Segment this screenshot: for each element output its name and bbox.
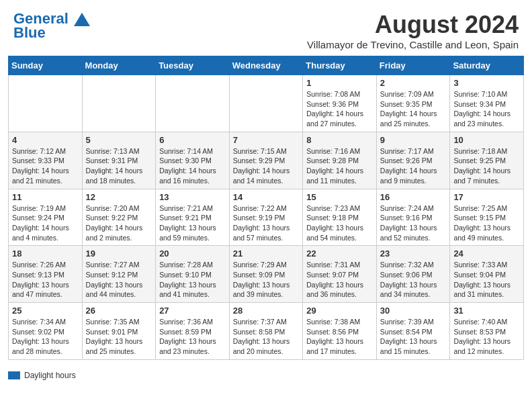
day-info: Sunrise: 7:10 AMSunset: 9:34 PMDaylight:… (453, 89, 520, 129)
calendar-cell: 1Sunrise: 7:08 AMSunset: 9:36 PMDaylight… (303, 75, 377, 132)
day-info: Sunrise: 7:33 AMSunset: 9:04 PMDaylight:… (453, 260, 520, 300)
calendar-subtitle: Villamayor de Trevino, Castille and Leon… (307, 39, 519, 50)
day-number: 1 (306, 78, 373, 88)
day-info: Sunrise: 7:22 AMSunset: 9:19 PMDaylight:… (233, 203, 300, 243)
svg-marker-0 (74, 13, 90, 26)
day-number: 8 (306, 135, 373, 145)
week-row-1: 4Sunrise: 7:12 AMSunset: 9:33 PMDaylight… (9, 132, 524, 189)
calendar-cell: 10Sunrise: 7:18 AMSunset: 9:25 PMDayligh… (450, 132, 524, 189)
day-number: 20 (159, 248, 226, 259)
day-number: 7 (233, 135, 300, 145)
day-number: 21 (233, 248, 300, 259)
day-header-thursday: Thursday (303, 56, 377, 75)
day-number: 28 (233, 306, 300, 316)
calendar-cell: 31Sunrise: 7:40 AMSunset: 8:53 PMDayligh… (450, 303, 524, 360)
day-number: 3 (453, 78, 520, 88)
day-number: 27 (159, 306, 226, 316)
day-number: 2 (380, 78, 447, 88)
day-info: Sunrise: 7:34 AMSunset: 9:02 PMDaylight:… (12, 317, 79, 357)
day-number: 26 (86, 306, 152, 316)
legend-label: Daylight hours (24, 371, 76, 380)
day-info: Sunrise: 7:12 AMSunset: 9:33 PMDaylight:… (12, 146, 79, 186)
calendar-cell: 24Sunrise: 7:33 AMSunset: 9:04 PMDayligh… (450, 246, 524, 303)
day-number: 29 (306, 306, 373, 316)
calendar-cell: 20Sunrise: 7:28 AMSunset: 9:10 PMDayligh… (156, 246, 230, 303)
logo-icon (74, 13, 90, 26)
day-info: Sunrise: 7:08 AMSunset: 9:36 PMDaylight:… (306, 89, 373, 129)
day-header-saturday: Saturday (450, 56, 524, 75)
day-number: 10 (453, 135, 520, 145)
day-info: Sunrise: 7:31 AMSunset: 9:07 PMDaylight:… (306, 260, 373, 300)
calendar-cell: 9Sunrise: 7:17 AMSunset: 9:26 PMDaylight… (376, 132, 450, 189)
calendar-cell (156, 75, 230, 132)
day-number: 16 (380, 192, 447, 202)
calendar-cell: 11Sunrise: 7:19 AMSunset: 9:24 PMDayligh… (9, 189, 83, 246)
day-info: Sunrise: 7:28 AMSunset: 9:10 PMDaylight:… (159, 260, 226, 300)
calendar-cell: 22Sunrise: 7:31 AMSunset: 9:07 PMDayligh… (303, 246, 377, 303)
calendar-cell: 13Sunrise: 7:21 AMSunset: 9:21 PMDayligh… (156, 189, 230, 246)
day-info: Sunrise: 7:19 AMSunset: 9:24 PMDaylight:… (12, 203, 79, 243)
day-header-wednesday: Wednesday (229, 56, 303, 75)
calendar-cell: 12Sunrise: 7:20 AMSunset: 9:22 PMDayligh… (82, 189, 156, 246)
day-header-friday: Friday (376, 56, 450, 75)
day-info: Sunrise: 7:09 AMSunset: 9:35 PMDaylight:… (380, 89, 447, 129)
day-info: Sunrise: 7:26 AMSunset: 9:13 PMDaylight:… (12, 260, 79, 300)
logo-blue: Blue (13, 24, 46, 42)
day-number: 18 (12, 248, 79, 259)
calendar-cell: 8Sunrise: 7:16 AMSunset: 9:28 PMDaylight… (303, 132, 377, 189)
day-number: 14 (233, 192, 300, 202)
day-number: 12 (86, 192, 152, 202)
calendar-cell: 15Sunrise: 7:23 AMSunset: 9:18 PMDayligh… (303, 189, 377, 246)
day-info: Sunrise: 7:20 AMSunset: 9:22 PMDaylight:… (86, 203, 152, 243)
day-info: Sunrise: 7:24 AMSunset: 9:16 PMDaylight:… (380, 203, 447, 243)
calendar-cell (229, 75, 303, 132)
day-number: 25 (12, 306, 79, 316)
calendar-header-row: SundayMondayTuesdayWednesdayThursdayFrid… (9, 56, 524, 75)
day-number: 23 (380, 248, 447, 259)
calendar-cell (82, 75, 156, 132)
day-info: Sunrise: 7:37 AMSunset: 8:58 PMDaylight:… (233, 317, 300, 357)
day-info: Sunrise: 7:18 AMSunset: 9:25 PMDaylight:… (453, 146, 520, 186)
calendar-cell: 4Sunrise: 7:12 AMSunset: 9:33 PMDaylight… (9, 132, 83, 189)
day-number: 30 (380, 306, 447, 316)
title-area: August 2024 Villamayor de Trevino, Casti… (307, 11, 519, 50)
day-info: Sunrise: 7:36 AMSunset: 8:59 PMDaylight:… (159, 317, 226, 357)
day-number: 17 (453, 192, 520, 202)
week-row-0: 1Sunrise: 7:08 AMSunset: 9:36 PMDaylight… (9, 75, 524, 132)
calendar-cell: 17Sunrise: 7:25 AMSunset: 9:15 PMDayligh… (450, 189, 524, 246)
calendar-cell: 6Sunrise: 7:14 AMSunset: 9:30 PMDaylight… (156, 132, 230, 189)
calendar-cell: 2Sunrise: 7:09 AMSunset: 9:35 PMDaylight… (376, 75, 450, 132)
month-title: August 2024 (307, 11, 519, 39)
calendar-cell: 18Sunrise: 7:26 AMSunset: 9:13 PMDayligh… (9, 246, 83, 303)
day-info: Sunrise: 7:16 AMSunset: 9:28 PMDaylight:… (306, 146, 373, 186)
calendar-cell: 14Sunrise: 7:22 AMSunset: 9:19 PMDayligh… (229, 189, 303, 246)
day-header-tuesday: Tuesday (156, 56, 230, 75)
day-info: Sunrise: 7:21 AMSunset: 9:21 PMDaylight:… (159, 203, 226, 243)
day-number: 5 (86, 135, 152, 145)
week-row-3: 18Sunrise: 7:26 AMSunset: 9:13 PMDayligh… (9, 246, 524, 303)
day-info: Sunrise: 7:39 AMSunset: 8:54 PMDaylight:… (380, 317, 447, 357)
calendar-cell: 5Sunrise: 7:13 AMSunset: 9:31 PMDaylight… (82, 132, 156, 189)
day-info: Sunrise: 7:17 AMSunset: 9:26 PMDaylight:… (380, 146, 447, 186)
day-info: Sunrise: 7:38 AMSunset: 8:56 PMDaylight:… (306, 317, 373, 357)
day-info: Sunrise: 7:40 AMSunset: 8:53 PMDaylight:… (453, 317, 520, 357)
day-info: Sunrise: 7:29 AMSunset: 9:09 PMDaylight:… (233, 260, 300, 300)
calendar-cell: 26Sunrise: 7:35 AMSunset: 9:01 PMDayligh… (82, 303, 156, 360)
day-number: 15 (306, 192, 373, 202)
day-info: Sunrise: 7:32 AMSunset: 9:06 PMDaylight:… (380, 260, 447, 300)
day-info: Sunrise: 7:35 AMSunset: 9:01 PMDaylight:… (86, 317, 152, 357)
calendar-cell: 25Sunrise: 7:34 AMSunset: 9:02 PMDayligh… (9, 303, 83, 360)
calendar-cell (9, 75, 83, 132)
calendar-container: SundayMondayTuesdayWednesdayThursdayFrid… (0, 56, 532, 368)
day-number: 31 (453, 306, 520, 316)
calendar-cell: 16Sunrise: 7:24 AMSunset: 9:16 PMDayligh… (376, 189, 450, 246)
calendar-cell: 28Sunrise: 7:37 AMSunset: 8:58 PMDayligh… (229, 303, 303, 360)
calendar-cell: 7Sunrise: 7:15 AMSunset: 9:29 PMDaylight… (229, 132, 303, 189)
day-info: Sunrise: 7:25 AMSunset: 9:15 PMDaylight:… (453, 203, 520, 243)
day-number: 24 (453, 248, 520, 259)
day-info: Sunrise: 7:14 AMSunset: 9:30 PMDaylight:… (159, 146, 226, 186)
day-info: Sunrise: 7:13 AMSunset: 9:31 PMDaylight:… (86, 146, 152, 186)
legend-color-box (8, 371, 20, 379)
day-info: Sunrise: 7:15 AMSunset: 9:29 PMDaylight:… (233, 146, 300, 186)
week-row-2: 11Sunrise: 7:19 AMSunset: 9:24 PMDayligh… (9, 189, 524, 246)
